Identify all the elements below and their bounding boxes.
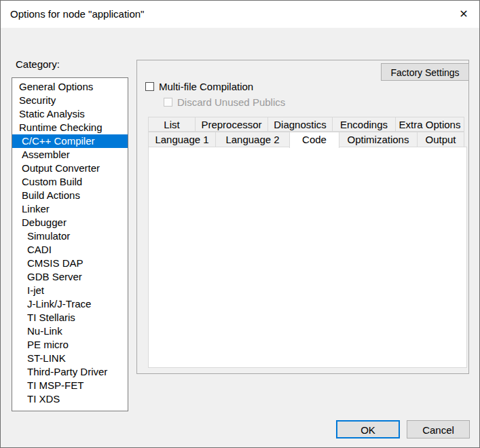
multi-file-compilation-checkbox[interactable] — [145, 82, 154, 91]
category-item[interactable]: GDB Server — [12, 270, 128, 284]
category-item[interactable]: Assembler — [12, 148, 128, 162]
category-item[interactable]: Debugger — [12, 216, 128, 229]
category-item[interactable]: Security — [12, 94, 128, 107]
discard-unused-publics-label: Discard Unused Publics — [177, 96, 285, 108]
category-item[interactable]: PE micro — [12, 338, 128, 352]
title-bar: Options for node "application" ✕ — [1, 1, 479, 28]
multi-file-compilation-label: Multi-file Compilation — [159, 81, 253, 92]
tab-encodings[interactable]: Encodings — [332, 117, 396, 132]
category-item[interactable]: General Options — [12, 80, 128, 94]
tab-preprocessor[interactable]: Preprocessor — [195, 117, 268, 132]
tab-diagnostics[interactable]: Diagnostics — [267, 117, 333, 132]
category-item[interactable]: I-jet — [12, 284, 128, 297]
dialog-title: Options for node "application" — [10, 1, 144, 28]
category-item[interactable]: CMSIS DAP — [12, 257, 128, 270]
category-listbox[interactable]: General OptionsSecurityStatic AnalysisRu… — [12, 77, 128, 411]
discard-unused-publics-checkbox-row: Discard Unused Publics — [164, 96, 285, 108]
tab-list[interactable]: List — [148, 117, 196, 132]
factory-settings-button[interactable]: Factory Settings — [381, 63, 469, 81]
category-item[interactable]: Runtime Checking — [12, 121, 128, 134]
tab-row-1: ListPreprocessorDiagnosticsEncodingsExtr… — [148, 117, 464, 132]
code-tab-page — [148, 147, 467, 368]
tab-language-2[interactable]: Language 2 — [215, 132, 290, 147]
options-dialog: Options for node "application" ✕ Categor… — [0, 0, 480, 448]
tab-row-2: Language 1Language 2CodeOptimizationsOut… — [148, 132, 464, 147]
category-item[interactable]: TI MSP-FET — [12, 379, 128, 392]
tab-extra-options[interactable]: Extra Options — [395, 117, 464, 132]
tab-output[interactable]: Output — [417, 132, 464, 147]
category-item[interactable]: Build Actions — [12, 189, 128, 202]
tab-optimizations[interactable]: Optimizations — [339, 132, 418, 147]
category-item[interactable]: C/C++ Compiler — [12, 134, 128, 148]
category-item[interactable]: Nu-Link — [12, 324, 128, 338]
category-item[interactable]: Static Analysis — [12, 107, 128, 121]
ok-button[interactable]: OK — [336, 420, 400, 438]
category-item[interactable]: Output Converter — [12, 162, 128, 175]
cancel-button[interactable]: Cancel — [407, 420, 470, 438]
tab-code[interactable]: Code — [289, 132, 339, 148]
category-item[interactable]: ST-LINK — [12, 352, 128, 365]
category-item[interactable]: Simulator — [12, 229, 128, 243]
category-label: Category: — [16, 58, 60, 70]
discard-unused-publics-checkbox — [164, 98, 172, 107]
category-item[interactable]: CADI — [12, 243, 128, 257]
multi-file-compilation-checkbox-row[interactable]: Multi-file Compilation — [145, 81, 253, 92]
category-item[interactable]: Third-Party Driver — [12, 365, 128, 379]
category-item[interactable]: Custom Build — [12, 175, 128, 189]
tab-language-1[interactable]: Language 1 — [148, 132, 216, 147]
category-item[interactable]: TI Stellaris — [12, 311, 128, 324]
category-item[interactable]: TI XDS — [12, 392, 128, 406]
close-icon[interactable]: ✕ — [448, 1, 479, 28]
category-item[interactable]: Linker — [12, 202, 128, 216]
category-item[interactable]: J-Link/J-Trace — [12, 297, 128, 311]
